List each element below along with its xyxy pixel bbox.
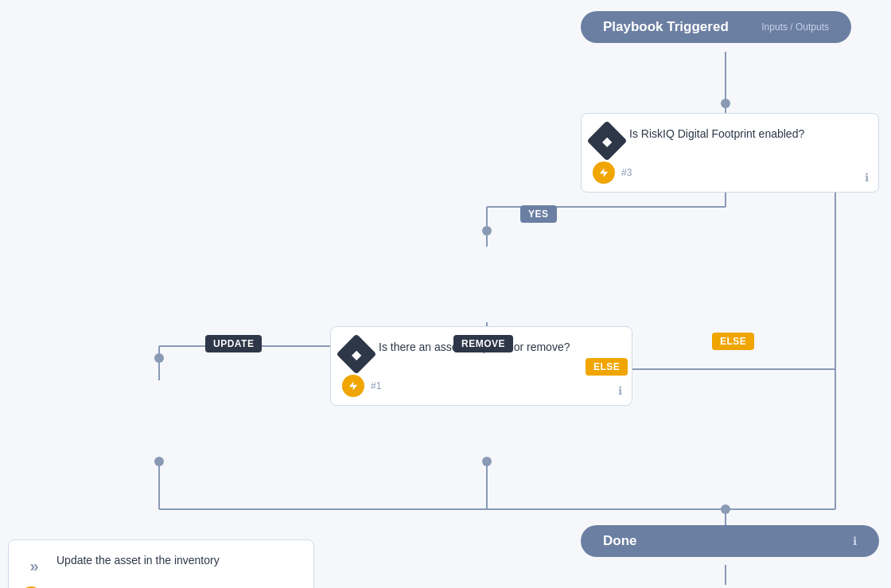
lightning-badge2 bbox=[342, 375, 364, 397]
io-link[interactable]: Inputs / Outputs bbox=[761, 21, 829, 33]
svg-point-22 bbox=[482, 226, 492, 236]
svg-point-23 bbox=[154, 353, 164, 363]
done-node[interactable]: Done ℹ bbox=[581, 525, 879, 557]
yes-label: YES bbox=[520, 205, 557, 223]
action-update-card[interactable]: » Update the asset in the inventory #7 ℹ bbox=[8, 539, 314, 588]
svg-point-25 bbox=[482, 457, 492, 466]
info-icon2[interactable]: ℹ bbox=[618, 384, 622, 397]
info-icon1[interactable]: ℹ bbox=[865, 171, 869, 184]
trigger-title: Playbook Triggered bbox=[603, 19, 729, 35]
done-info-icon[interactable]: ℹ bbox=[853, 535, 857, 547]
diamond-icon1: ◆ bbox=[587, 121, 628, 162]
svg-point-26 bbox=[721, 504, 730, 514]
svg-point-21 bbox=[721, 99, 730, 108]
action-icon1: » bbox=[20, 551, 49, 580]
update-label: UPDATE bbox=[205, 335, 262, 352]
action-update-text: Update the asset in the inventory bbox=[56, 551, 220, 569]
done-title: Done bbox=[603, 533, 637, 549]
remove-label: REMOVE bbox=[453, 335, 513, 352]
condition1-text: Is RiskIQ Digital Footprint enabled? bbox=[629, 125, 804, 142]
condition1-card[interactable]: ◆ Is RiskIQ Digital Footprint enabled? #… bbox=[581, 113, 879, 193]
diamond-icon2: ◆ bbox=[337, 334, 377, 375]
svg-point-24 bbox=[154, 457, 164, 466]
condition2-num: #1 bbox=[371, 380, 619, 391]
lightning-badge1 bbox=[593, 162, 615, 184]
playbook-triggered-node[interactable]: Playbook Triggered Inputs / Outputs bbox=[581, 11, 851, 43]
else2-label: ELSE bbox=[586, 358, 628, 376]
condition1-num: #3 bbox=[621, 167, 866, 178]
else1-label: ELSE bbox=[712, 333, 754, 350]
